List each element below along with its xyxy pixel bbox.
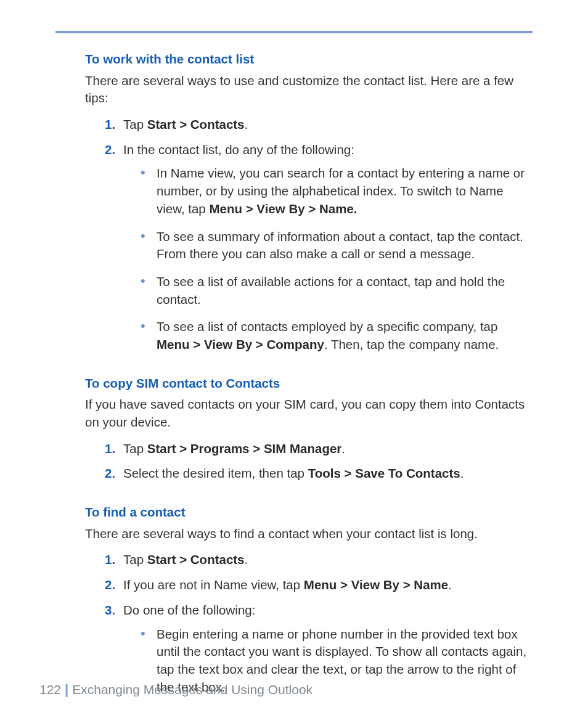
step-item: 2. Select the desired item, then tap Too… — [105, 465, 533, 483]
step-bold: Tools > Save To Contacts — [308, 466, 460, 480]
section-copy-sim-contact: To copy SIM contact to Contacts If you h… — [85, 375, 533, 483]
footer-separator: | — [61, 682, 72, 697]
bullet-item: To see a summary of information about a … — [141, 228, 533, 263]
chapter-title: Exchanging Messages and Using Outlook — [72, 682, 312, 696]
section-heading: To work with the contact list — [85, 51, 533, 68]
step-number: 1. — [105, 440, 115, 458]
step-number: 3. — [105, 602, 115, 619]
page-number: 122 — [39, 682, 61, 696]
header-rule — [55, 31, 533, 33]
step-text: Tap — [123, 552, 147, 566]
section-find-contact: To find a contact There are several ways… — [85, 504, 533, 696]
bullet-item: To see a list of contacts employed by a … — [141, 318, 533, 353]
page-content: To work with the contact list There are … — [55, 51, 533, 696]
step-item: 2. In the contact list, do any of the fo… — [105, 141, 533, 354]
section-intro: If you have saved contacts on your SIM c… — [85, 396, 533, 431]
bullet-bold: Menu > View By > Company — [157, 337, 324, 351]
step-text: . — [448, 578, 452, 592]
step-item: 1. Tap Start > Contacts. — [105, 551, 533, 569]
bullet-item: To see a list of available actions for a… — [141, 273, 533, 308]
step-text: Tap — [123, 117, 147, 131]
step-text: Tap — [123, 441, 147, 455]
step-bold: Start > Contacts — [147, 117, 245, 131]
bullet-text: . Then, tap the company name. — [324, 337, 499, 351]
step-text: Do one of the following: — [123, 603, 255, 617]
section-intro: There are several ways to use and custom… — [85, 72, 533, 107]
step-item: 1. Tap Start > Contacts. — [105, 116, 533, 134]
page-footer: 122|Exchanging Messages and Using Outloo… — [39, 680, 312, 700]
step-number: 1. — [105, 116, 115, 134]
bullet-text: To see a list of contacts employed by a … — [157, 319, 497, 333]
section-heading: To copy SIM contact to Contacts — [85, 375, 533, 393]
bullet-item: In Name view, you can search for a conta… — [141, 165, 533, 218]
section-heading: To find a contact — [85, 504, 533, 521]
step-text: . — [341, 441, 345, 455]
bullet-text: To see a summary of information about a … — [157, 229, 523, 261]
step-number: 2. — [105, 141, 115, 159]
step-text: . — [460, 466, 464, 480]
bullet-text: To see a list of available actions for a… — [157, 274, 505, 306]
step-bold: Start > Contacts — [147, 552, 245, 566]
section-intro: There are several ways to find a contact… — [85, 525, 533, 543]
step-bold: Menu > View By > Name — [304, 578, 448, 592]
step-item: 1. Tap Start > Programs > SIM Manager. — [105, 440, 533, 458]
step-item: 2. If you are not in Name view, tap Menu… — [105, 576, 533, 594]
step-text: . — [245, 552, 248, 566]
step-text: In the contact list, do any of the follo… — [123, 142, 354, 157]
section-work-with-contact-list: To work with the contact list There are … — [85, 51, 533, 354]
step-text: Select the desired item, then tap — [123, 466, 308, 480]
step-number: 1. — [105, 551, 115, 569]
bullet-bold: Menu > View By > Name. — [209, 202, 357, 216]
step-bold: Start > Programs > SIM Manager — [147, 441, 342, 455]
step-number: 2. — [105, 576, 115, 594]
step-text: . — [245, 117, 248, 131]
step-number: 2. — [105, 465, 115, 483]
step-text: If you are not in Name view, tap — [123, 578, 304, 592]
